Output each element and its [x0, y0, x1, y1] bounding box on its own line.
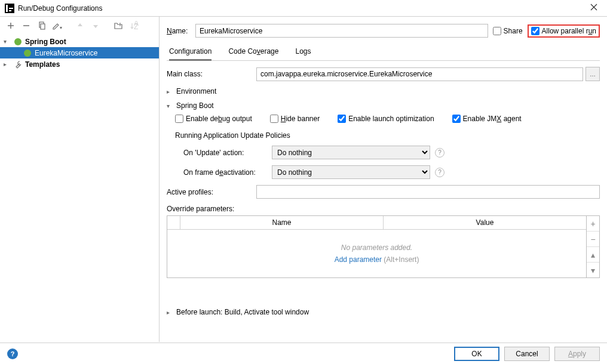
- main-class-label: Main class:: [167, 70, 256, 78]
- springboot-icon: [13, 37, 23, 47]
- configuration-pane: Main class: … ▸ Environment ▾ Spring Boo…: [167, 61, 600, 322]
- tree-label: Spring Boot: [25, 38, 66, 46]
- active-profiles-row: Active profiles:: [167, 185, 600, 199]
- name-input[interactable]: [195, 24, 488, 38]
- svg-text:Z: Z: [134, 23, 138, 30]
- tab-coverage[interactable]: Code Coverage: [228, 44, 278, 60]
- name-row: Name: Share Allow parallel run: [167, 19, 600, 44]
- apply-button[interactable]: Apply: [554, 347, 600, 361]
- move-down-button[interactable]: [88, 18, 103, 33]
- tree-node-eureka[interactable]: EurekaMicroservice: [0, 47, 159, 58]
- config-tree: ▾ Spring Boot EurekaMicroservice ▸ Templ…: [0, 35, 159, 342]
- svg-point-14: [14, 38, 22, 45]
- add-parameter-link[interactable]: Add parameter (Alt+Insert): [335, 255, 419, 264]
- springboot-icon: [23, 48, 32, 58]
- chevron-down-icon: ▾: [167, 103, 174, 109]
- window-title: Run/Debug Configurations: [18, 4, 585, 13]
- chevron-right-icon: ▸: [167, 309, 174, 316]
- chevron-down-icon: ▾: [4, 38, 11, 45]
- on-deactivate-label: On frame deactivation:: [183, 168, 267, 177]
- name-label: Name:: [167, 27, 191, 35]
- springboot-section: ▾ Spring Boot Enable debug output Hide b…: [167, 101, 600, 179]
- enable-debug-checkbox[interactable]: Enable debug output: [175, 115, 252, 123]
- tab-logs[interactable]: Logs: [295, 44, 311, 60]
- svg-rect-9: [41, 24, 45, 29]
- svg-point-15: [24, 50, 31, 57]
- main-class-row: Main class: …: [167, 67, 600, 81]
- help-icon[interactable]: ?: [435, 148, 444, 158]
- browse-main-class-button[interactable]: …: [585, 67, 600, 81]
- override-down-button[interactable]: ▾: [587, 263, 599, 277]
- svg-rect-1: [9, 8, 13, 9]
- allow-parallel-highlight: Allow parallel run: [528, 24, 600, 38]
- chevron-right-icon: ▸: [4, 61, 11, 67]
- active-profiles-label: Active profiles:: [167, 188, 256, 196]
- override-name-col: Name: [180, 216, 384, 229]
- policies-heading: Running Application Update Policies: [175, 131, 600, 140]
- before-launch-toggle[interactable]: ▸ Before launch: Build, Activate tool wi…: [167, 308, 600, 316]
- override-parameters-area: Override parameters: Name Value No param…: [167, 205, 600, 278]
- springboot-toggle[interactable]: ▾ Spring Boot: [167, 101, 600, 110]
- on-update-label: On 'Update' action:: [183, 149, 267, 157]
- enable-jmx-checkbox[interactable]: Enable JMX agent: [452, 115, 522, 123]
- override-label: Override parameters:: [167, 205, 600, 213]
- override-empty-text: No parameters added.: [341, 243, 412, 252]
- cancel-button[interactable]: Cancel: [504, 347, 550, 361]
- override-up-button[interactable]: ▴: [587, 247, 599, 263]
- wrench-icon: [13, 60, 23, 69]
- override-add-button[interactable]: +: [587, 216, 599, 232]
- copy-config-button[interactable]: [35, 18, 49, 33]
- sort-button[interactable]: AZ: [127, 18, 141, 33]
- allow-parallel-checkbox[interactable]: Allow parallel run: [531, 27, 596, 35]
- add-config-button[interactable]: [4, 18, 18, 33]
- svg-rect-0: [6, 5, 8, 12]
- override-side-buttons: + − ▴ ▾: [587, 215, 600, 278]
- help-button[interactable]: ?: [7, 348, 18, 359]
- tree-label: Templates: [25, 60, 60, 69]
- app-icon: [5, 4, 14, 13]
- titlebar: Run/Debug Configurations: [0, 0, 607, 17]
- ok-button[interactable]: OK: [454, 347, 499, 361]
- tree-label: EurekaMicroservice: [35, 49, 97, 57]
- chevron-right-icon: ▸: [167, 88, 174, 95]
- before-launch-section: ▸ Before launch: Build, Activate tool wi…: [167, 308, 600, 316]
- close-button[interactable]: [585, 4, 602, 13]
- footer: ? OK Cancel Apply: [0, 343, 607, 364]
- remove-config-button[interactable]: [19, 18, 33, 33]
- tab-configuration[interactable]: Configuration: [169, 44, 211, 61]
- tabs: Configuration Code Coverage Logs: [167, 44, 600, 61]
- tree-node-springboot[interactable]: ▾ Spring Boot: [0, 36, 159, 47]
- springboot-label: Spring Boot: [176, 101, 214, 110]
- svg-rect-2: [9, 10, 11, 11]
- override-table: Name Value No parameters added. Add para…: [167, 215, 587, 278]
- on-update-select[interactable]: Do nothing: [272, 146, 430, 159]
- override-value-col: Value: [384, 216, 586, 229]
- main-panel: Name: Share Allow parallel run Configura…: [160, 17, 607, 342]
- sidebar: ▾ AZ ▾ Spring Boot EurekaMicroservice ▸ …: [0, 17, 160, 342]
- tree-node-templates[interactable]: ▸ Templates: [0, 58, 159, 70]
- active-profiles-input[interactable]: [256, 185, 600, 199]
- hide-banner-checkbox[interactable]: Hide banner: [270, 115, 320, 123]
- share-checkbox[interactable]: Share: [493, 27, 523, 35]
- environment-section: ▸ Environment: [167, 87, 600, 95]
- move-up-button[interactable]: [73, 18, 87, 33]
- before-launch-label: Before launch: Build, Activate tool wind…: [176, 308, 309, 316]
- enable-launch-opt-checkbox[interactable]: Enable launch optimization: [338, 115, 434, 123]
- main-class-input[interactable]: [256, 67, 583, 81]
- on-deactivate-select[interactable]: Do nothing: [272, 165, 430, 179]
- environment-toggle[interactable]: ▸ Environment: [167, 87, 600, 95]
- override-checkbox-col: [167, 216, 180, 229]
- edit-defaults-button[interactable]: ▾: [50, 18, 65, 33]
- sidebar-toolbar: ▾ AZ: [0, 17, 159, 35]
- override-remove-button[interactable]: −: [587, 232, 599, 247]
- folder-button[interactable]: [111, 18, 125, 33]
- environment-label: Environment: [176, 87, 216, 95]
- help-icon[interactable]: ?: [435, 168, 444, 177]
